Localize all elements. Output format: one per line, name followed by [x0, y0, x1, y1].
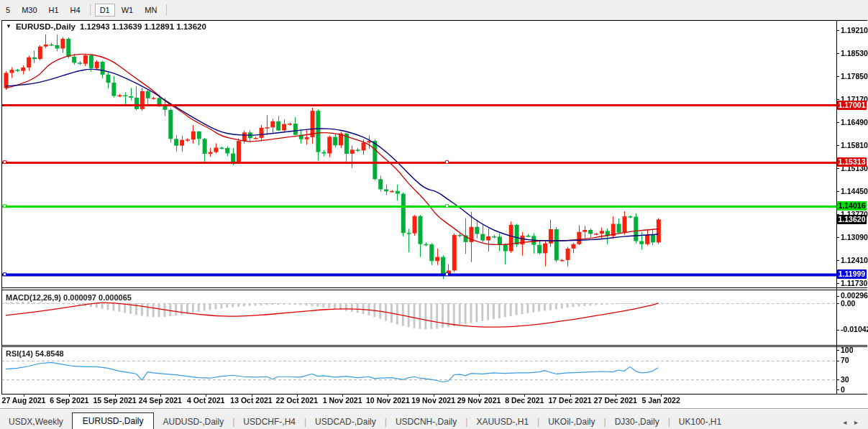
timeframe-button-H4[interactable]: H4: [65, 4, 86, 17]
timeframe-button-W1[interactable]: W1: [117, 4, 139, 17]
macd-axis-label: -0.010422: [841, 325, 868, 333]
price-axis-label: 1.12410: [841, 256, 868, 264]
toolbar-separator: [90, 4, 91, 16]
date-axis-label: 27 Dec 2021: [594, 396, 637, 405]
toolbar-separator: [166, 4, 167, 16]
price-axis-label: 1.18530: [841, 49, 868, 57]
symbol-dropdown-icon[interactable]: ▼: [6, 24, 12, 29]
rsi-axis-label: 100: [841, 346, 854, 354]
date-axis-label: 19 Nov 2021: [411, 396, 455, 405]
trading-terminal: 5M30H1H4D1W1MN ▼ EURUSD-,Daily 1.12943 1…: [0, 0, 868, 429]
tab-scroll-arrows[interactable]: ◂ ▸: [843, 418, 868, 429]
price-axis-label: 1.19210: [841, 26, 868, 34]
date-axis-label: 5 Jan 2022: [642, 396, 680, 405]
symbol-tab-usdcnh-daily[interactable]: USDCNH-,Daily: [387, 415, 465, 429]
symbol-tab-usdx-weekly[interactable]: USDX,Weekly: [0, 415, 72, 429]
date-axis-label: 15 Sep 2021: [93, 396, 137, 405]
price-chart-canvas[interactable]: [0, 0, 868, 429]
price-level-badge: 1.17001: [837, 101, 867, 110]
timeframe-button-D1[interactable]: D1: [95, 4, 115, 17]
rsi-axis-label: 0: [841, 385, 845, 394]
symbol-tab-usdcad-daily[interactable]: USDCAD-,Daily: [306, 415, 385, 429]
macd-axis-label: 0.00: [841, 299, 855, 308]
date-axis-label: 10 Nov 2021: [366, 396, 410, 405]
price-axis-label: 1.16490: [841, 118, 868, 126]
symbol-tab-uk100-h1[interactable]: UK100-,H1: [670, 415, 730, 429]
date-axis-label: 6 Sep 2021: [50, 396, 88, 405]
symbol-tab-xauusd-h1[interactable]: XAUUSD-,H1: [467, 415, 537, 429]
chart-ohlc-values: 1.12943 1.13639 1.12891 1.13620: [80, 22, 206, 31]
price-axis-label: 1.11730: [841, 279, 867, 287]
date-axis-label: 27 Aug 2021: [2, 396, 46, 405]
symbol-tab-usdchf-h4[interactable]: USDCHF-,H4: [234, 415, 304, 429]
price-level-badge: 1.15313: [837, 157, 867, 167]
price-axis-label: 1.17850: [841, 72, 868, 80]
date-axis-label: 8 Dec 2021: [505, 396, 544, 405]
rsi-axis-label: 30: [841, 375, 849, 384]
symbol-tab-dj30-daily[interactable]: DJ30-,Daily: [606, 415, 668, 429]
symbol-tab-ukoil-daily[interactable]: UKOil-,Daily: [539, 415, 603, 429]
date-axis-label: 22 Oct 2021: [276, 396, 318, 405]
price-axis-label: 1.15810: [841, 141, 868, 149]
chart-symbol-title: EURUSD-,Daily: [16, 22, 76, 31]
date-axis-label: 29 Nov 2021: [457, 396, 501, 405]
date-axis-label: 17 Dec 2021: [549, 396, 592, 405]
rsi-axis-label: 70: [841, 356, 849, 364]
date-axis-label: 1 Nov 2021: [323, 396, 362, 405]
rsi-indicator-label: RSI(14) 54.8548: [6, 349, 64, 358]
chart-title-row: ▼ EURUSD-,Daily 1.12943 1.13639 1.12891 …: [6, 22, 206, 31]
date-axis-label: 13 Oct 2021: [230, 396, 272, 405]
date-axis-label: 4 Oct 2021: [187, 396, 225, 405]
price-level-badge: 1.13620: [837, 215, 867, 224]
macd-indicator-label: MACD(12,26,9) 0.000097 0.000065: [6, 293, 132, 302]
timeframe-toolbar: 5M30H1H4D1W1MN: [0, 0, 868, 20]
price-level-badge: 1.11999: [837, 269, 867, 279]
symbol-tab-audusd-daily[interactable]: AUDUSD-,Daily: [154, 415, 232, 429]
timeframe-button-M30[interactable]: M30: [17, 4, 42, 17]
symbol-tab-bar: USDX,WeeklyEURUSD-,DailyAUDUSD-,Daily|US…: [0, 408, 868, 429]
price-level-badge: 1.14016: [837, 201, 867, 211]
price-axis-label: 1.14450: [841, 187, 868, 195]
symbol-tab-eurusd-daily[interactable]: EURUSD-,Daily: [72, 412, 155, 429]
timeframe-button-5[interactable]: 5: [1, 4, 15, 17]
price-axis-label: 1.13090: [841, 233, 868, 241]
timeframe-button-MN[interactable]: MN: [140, 4, 162, 17]
timeframe-button-H1[interactable]: H1: [44, 4, 64, 17]
date-axis-label: 24 Sep 2021: [139, 396, 182, 405]
